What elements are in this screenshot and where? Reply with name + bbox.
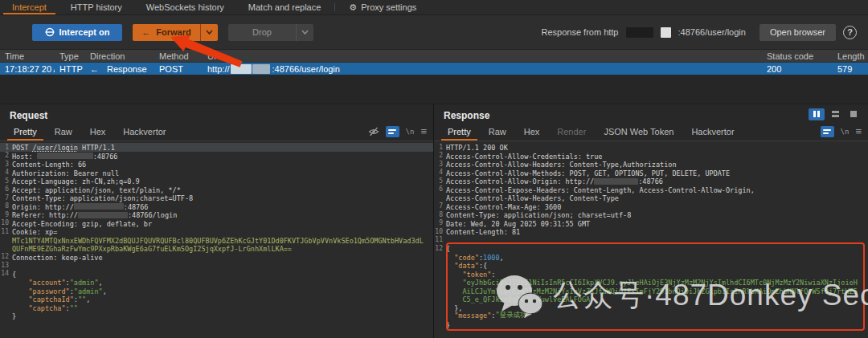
code-line[interactable]: 2Access-Control-Allow-Credentials: true: [434, 152, 868, 161]
code-line[interactable]: "eyJhbGciOiJIUzI1NiIsInR5cCI6IkpXVCJ9.ey…: [434, 278, 868, 287]
request-editor-icons: \n ≡: [368, 122, 427, 140]
tab-hackvertor[interactable]: Hackvertor: [682, 122, 743, 140]
tab-hex[interactable]: Hex: [515, 122, 549, 140]
tab-label: WebSockets history: [146, 2, 224, 12]
code-line[interactable]: "message":"登录成功": [434, 312, 868, 320]
code-line[interactable]: "code":1000,: [434, 253, 868, 262]
code-text: "password":"admin",: [12, 287, 107, 295]
line-number: 12: [434, 245, 446, 252]
code-text: Content-Length: 81: [446, 227, 520, 236]
layout-single-icon[interactable]: [845, 108, 862, 120]
code-line[interactable]: Access-Control-Allow-Headers, Content-Ty…: [434, 193, 868, 202]
layout-rows-icon[interactable]: [827, 108, 843, 120]
code-line[interactable]: QUFnME9EZGhaRzFwYmc9PXxpRbaKWgE6aG7fuELK…: [0, 244, 433, 253]
tab-label: Proxy settings: [361, 2, 416, 12]
col-status-code[interactable]: Status code: [762, 50, 833, 62]
code-text: }: [446, 320, 450, 329]
code-line[interactable]: 6Accept: application/json, text/plain, *…: [0, 185, 433, 194]
code-text: "token":: [446, 270, 495, 279]
col-type[interactable]: Type: [55, 50, 85, 62]
code-line[interactable]: "password":"admin",: [0, 287, 433, 295]
forward-dropdown-button[interactable]: [200, 24, 218, 41]
chevron-down-icon: [206, 30, 213, 35]
code-line[interactable]: 10Accept-Encoding: gzip, deflate, br: [0, 219, 433, 228]
tab-raw[interactable]: Raw: [46, 122, 81, 140]
soft-wrap-icon[interactable]: [386, 126, 399, 137]
code-line[interactable]: }: [434, 320, 868, 329]
forward-label: Forward: [156, 27, 190, 37]
code-line[interactable]: MTc1NTY4MTQxNnxEWDhFQVFMX2dBQUJFQUVRQUFB…: [0, 236, 433, 245]
code-line[interactable]: 1POST /user/login HTTP/1.1: [0, 143, 433, 152]
code-line[interactable]: 7Access-Control-Max-Age: 3600: [434, 202, 868, 211]
tab-hex[interactable]: Hex: [81, 122, 115, 140]
col-length[interactable]: Length: [833, 50, 868, 62]
code-line[interactable]: 3Access-Control-Allow-Headers: Content-T…: [434, 160, 868, 169]
drop-dropdown-button[interactable]: [296, 24, 313, 41]
code-line[interactable]: 8Origin: http://:48766: [0, 202, 433, 211]
tab-raw[interactable]: Raw: [480, 122, 515, 140]
show-newlines-icon[interactable]: \n: [406, 128, 415, 136]
code-line[interactable]: 5Access-Control-Allow-Origin: http://:48…: [434, 177, 868, 185]
tab-json-web-token[interactable]: JSON Web Token: [595, 122, 682, 140]
redacted-text: [74, 203, 124, 210]
code-line[interactable]: 11Cookie: xp=: [0, 227, 433, 236]
code-line[interactable]: "token":: [434, 270, 868, 279]
col-direction[interactable]: Direction: [85, 50, 154, 62]
code-line[interactable]: "data":{: [434, 261, 868, 270]
code-line[interactable]: 8Content-Type: application/json; charset…: [434, 210, 868, 219]
tab-pretty[interactable]: Pretty: [5, 122, 46, 140]
editor-menu-icon[interactable]: ≡: [420, 126, 427, 136]
tab-hackvertor[interactable]: Hackvertor: [114, 122, 174, 140]
code-line[interactable]: 2Host: :48766: [0, 152, 433, 161]
drop-button[interactable]: Drop: [228, 24, 296, 41]
tab-label: Hackvertor: [123, 127, 166, 136]
code-line[interactable]: 10Content-Length: 81: [434, 227, 868, 236]
code-line[interactable]: }: [0, 312, 433, 320]
tab-label: Match and replace: [248, 2, 321, 12]
col-url[interactable]: URL: [203, 50, 762, 62]
code-line[interactable]: 12{: [434, 244, 868, 253]
code-line[interactable]: "captchaId":"",: [0, 295, 433, 303]
intercept-toggle-button[interactable]: Intercept on: [32, 24, 122, 41]
tab-pretty[interactable]: Pretty: [439, 122, 480, 140]
eye-slash-icon[interactable]: [368, 127, 379, 136]
code-line[interactable]: 3Content-Length: 66: [0, 160, 433, 169]
open-browser-button[interactable]: Open browser: [760, 24, 836, 41]
code-line[interactable]: 11: [434, 236, 868, 245]
code-line[interactable]: 4Authorization: Bearer null: [0, 169, 433, 177]
code-line[interactable]: 13: [0, 261, 433, 270]
code-line[interactable]: "account":"admin",: [0, 278, 433, 287]
line-number: 8: [0, 202, 12, 210]
code-line[interactable]: 1HTTP/1.1 200 OK: [434, 143, 868, 152]
forward-button[interactable]: ← Forward: [133, 24, 200, 41]
col-time[interactable]: Time: [0, 50, 55, 62]
code-line[interactable]: 6Access-Control-Expose-Headers: Content-…: [434, 185, 868, 194]
code-line[interactable]: C5_e_QFJksn0qQBYUxWuwlveEALFOGA": [434, 295, 868, 303]
editor-menu-icon[interactable]: ≡: [855, 126, 862, 136]
code-line[interactable]: 9Referer: http://:48766/login: [0, 210, 433, 219]
code-line[interactable]: 12Connection: keep-alive: [0, 253, 433, 262]
code-line[interactable]: 14{: [0, 270, 433, 279]
code-line[interactable]: "captcha":"": [0, 303, 433, 312]
tab-divider: [334, 3, 335, 11]
direction-label: Response: [107, 64, 147, 74]
tab-intercept[interactable]: Intercept: [0, 0, 59, 14]
code-line[interactable]: AiLCJuYmYiOjE3NDYzMzM2NjYsInVzZXJfaWQiOj…: [434, 287, 868, 295]
tab-match-and-replace[interactable]: Match and replace: [236, 0, 334, 14]
code-line[interactable]: 5Accept-Language: zh-CN,zh;q=0.9: [0, 177, 433, 185]
tab-render[interactable]: Render: [548, 122, 595, 140]
code-line[interactable]: 7Content-Type: application/json;charset=…: [0, 193, 433, 202]
layout-columns-icon[interactable]: [809, 108, 825, 120]
help-icon[interactable]: ?: [843, 26, 857, 39]
tab-proxy-settings[interactable]: ⚙Proxy settings: [337, 0, 428, 14]
soft-wrap-icon[interactable]: [821, 126, 834, 137]
response-editor[interactable]: 1HTTP/1.1 200 OK2Access-Control-Allow-Cr…: [434, 141, 868, 338]
request-editor[interactable]: 1POST /user/login HTTP/1.12Host: :487663…: [0, 141, 433, 338]
show-newlines-icon[interactable]: \n: [841, 128, 850, 136]
table-row[interactable]: 17:18:27 20 Au... HTTP ← Response POST h…: [0, 63, 868, 75]
code-line[interactable]: 9Date: Wed, 20 Aug 2025 09:31:55 GMT: [434, 219, 868, 228]
tab-websockets-history[interactable]: WebSockets history: [134, 0, 236, 14]
code-line[interactable]: 4Access-Control-Allow-Methods: POST, GET…: [434, 169, 868, 177]
col-method[interactable]: Method: [154, 50, 203, 62]
tab-http-history[interactable]: HTTP history: [59, 0, 134, 14]
